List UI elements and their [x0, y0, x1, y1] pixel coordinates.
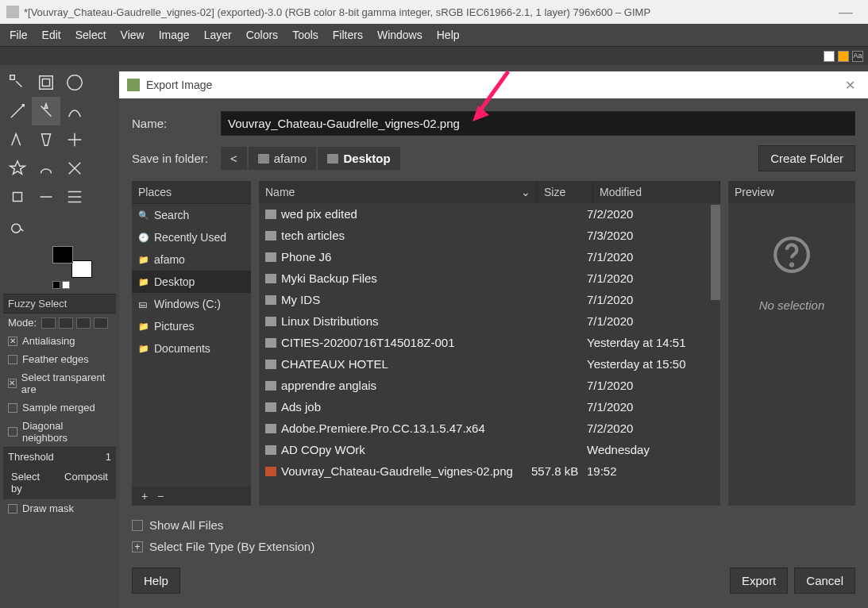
ruler-strip: Aa [0, 46, 868, 65]
folder-icon [265, 274, 276, 283]
tool-7[interactable] [32, 125, 60, 154]
tool-11[interactable] [60, 154, 89, 183]
file-row[interactable]: CHATEAUX HOTELYesterday at 15:50 [259, 353, 720, 375]
folder-icon [265, 360, 276, 369]
tool-13[interactable] [32, 183, 60, 211]
export-button[interactable]: Export [730, 568, 788, 594]
checkbox-icon[interactable] [8, 427, 17, 437]
column-name[interactable]: Name⌄ [259, 181, 538, 203]
default-colors-icon[interactable] [52, 281, 116, 289]
sample-merged-option[interactable]: Sample merged [3, 398, 116, 417]
tool-3[interactable] [3, 97, 32, 125]
tab-composite[interactable]: Composit [56, 466, 116, 499]
folder-icon [265, 445, 276, 455]
feather-option[interactable]: Feather edges [3, 350, 116, 368]
place-afamo[interactable]: 📁afamo [132, 248, 251, 271]
place-search[interactable]: 🔍Search [132, 204, 251, 226]
menu-windows[interactable]: Windows [371, 25, 429, 44]
minimize-button[interactable]: — [830, 4, 862, 21]
column-modified[interactable]: Modified [593, 181, 720, 203]
file-row[interactable]: My IDS7/1/2020 [259, 289, 720, 310]
file-row[interactable]: CITIES-20200716T145018Z-001Yesterday at … [259, 332, 720, 353]
tool-5[interactable] [60, 97, 89, 125]
select-file-type-expander[interactable]: Select File Type (By Extension) [132, 540, 855, 553]
tool-8[interactable] [60, 125, 89, 154]
help-button[interactable]: Help [132, 568, 180, 594]
search-icon: 🔍 [138, 210, 149, 220]
folder-icon: 📁 [138, 277, 149, 287]
menu-edit[interactable]: Edit [36, 25, 68, 44]
tool-10[interactable] [32, 154, 60, 183]
checkbox-icon[interactable] [8, 504, 17, 514]
create-folder-button[interactable]: Create Folder [758, 145, 855, 171]
checkbox-icon[interactable] [132, 520, 143, 531]
file-row[interactable]: Ads job7/1/2020 [259, 396, 720, 418]
checkbox-icon[interactable] [8, 337, 17, 346]
cancel-button[interactable]: Cancel [794, 568, 855, 594]
disk-icon: 🖴 [138, 299, 149, 309]
file-row[interactable]: Vouvray_Chateau-Gaudrelle_vignes-02.png5… [259, 460, 720, 482]
tool-12[interactable] [3, 183, 32, 211]
checkbox-icon[interactable] [8, 379, 17, 388]
tab-selectby[interactable]: Select by [3, 466, 56, 499]
checkbox-icon[interactable] [8, 355, 17, 364]
threshold-row[interactable]: Threshold1 [3, 447, 116, 466]
crumb-desktop[interactable]: Desktop [318, 147, 399, 170]
file-row[interactable]: Linux Distributions7/1/2020 [259, 310, 720, 332]
tool-14[interactable] [60, 183, 89, 211]
transparent-option[interactable]: Select transparent are [3, 368, 116, 398]
file-row[interactable]: apprendre anglais7/1/2020 [259, 375, 720, 396]
close-icon[interactable]: ✕ [840, 78, 860, 93]
place-add-button[interactable]: + [138, 490, 151, 502]
menu-colors[interactable]: Colors [240, 25, 284, 44]
filename-input[interactable] [221, 111, 855, 136]
bg-color[interactable] [71, 260, 92, 278]
folder-icon: 📁 [138, 255, 149, 264]
export-dialog: Export Image ✕ Name: Save in folder: < a… [119, 71, 868, 608]
diagonal-option[interactable]: Diagonal neighbors [3, 417, 116, 447]
folder-icon [327, 154, 338, 164]
expand-icon[interactable] [132, 541, 143, 552]
place-recently-used[interactable]: 🕘Recently Used [132, 226, 251, 248]
folder-icon [265, 295, 276, 305]
antialiasing-option[interactable]: Antialiasing [3, 332, 116, 350]
fg-color[interactable] [52, 246, 73, 264]
show-all-files-checkbox[interactable]: Show All Files [132, 518, 855, 532]
tool-9[interactable] [3, 154, 32, 183]
tool-0[interactable] [3, 68, 32, 97]
tool-15[interactable] [3, 211, 32, 240]
drawmask-option[interactable]: Draw mask [3, 499, 116, 518]
file-row[interactable]: Myki Backup Files7/1/2020 [259, 267, 720, 289]
tool-6[interactable] [3, 125, 32, 154]
tool-1[interactable] [32, 68, 60, 97]
crumb-user[interactable]: afamo [249, 147, 317, 170]
name-label: Name: [132, 117, 211, 130]
tool-4[interactable] [32, 97, 60, 125]
checkbox-icon[interactable] [8, 403, 17, 413]
file-row[interactable]: tech articles7/3/2020 [259, 225, 720, 246]
mode-buttons[interactable] [41, 317, 108, 329]
file-row[interactable]: Phone J67/1/2020 [259, 246, 720, 267]
file-row[interactable]: wed pix edited7/2/2020 [259, 203, 720, 225]
menu-filters[interactable]: Filters [326, 25, 369, 44]
place-windows-c-[interactable]: 🖴Windows (C:) [132, 293, 251, 315]
place-pictures[interactable]: 📁Pictures [132, 315, 251, 337]
menu-image[interactable]: Image [152, 25, 196, 44]
window-titlebar: *[Vouvray_Chateau-Gaudrelle_vignes-02] (… [0, 0, 868, 24]
place-documents[interactable]: 📁Documents [132, 337, 251, 360]
menu-tools[interactable]: Tools [286, 25, 325, 44]
menu-help[interactable]: Help [430, 25, 466, 44]
crumb-back[interactable]: < [221, 147, 247, 170]
file-row[interactable]: Adobe.Premiere.Pro.CC.13.1.5.47.x647/2/2… [259, 418, 720, 439]
menu-file[interactable]: File [3, 25, 34, 44]
menu-view[interactable]: View [114, 25, 151, 44]
file-row[interactable]: AD COpy WOrkWednesday [259, 439, 720, 460]
menu-select[interactable]: Select [69, 25, 113, 44]
place-desktop[interactable]: 📁Desktop [132, 271, 251, 293]
scrollbar[interactable] [711, 205, 720, 300]
place-remove-button[interactable]: − [154, 490, 167, 502]
column-size[interactable]: Size [538, 181, 593, 203]
tool-2[interactable] [60, 68, 89, 97]
color-swatch[interactable] [52, 246, 92, 278]
menu-layer[interactable]: Layer [198, 25, 238, 44]
